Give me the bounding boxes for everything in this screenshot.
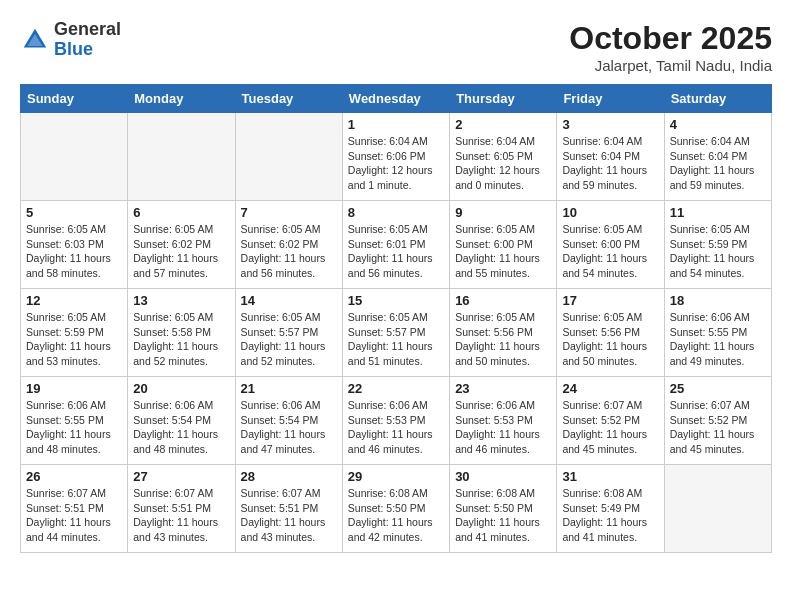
calendar-cell: 2Sunrise: 6:04 AM Sunset: 6:05 PM Daylig…	[450, 113, 557, 201]
day-number: 10	[562, 205, 658, 220]
day-info: Sunrise: 6:05 AM Sunset: 6:02 PM Dayligh…	[241, 222, 337, 281]
calendar-cell: 30Sunrise: 6:08 AM Sunset: 5:50 PM Dayli…	[450, 465, 557, 553]
page-header: General Blue October 2025 Jalarpet, Tami…	[20, 20, 772, 74]
calendar-cell: 9Sunrise: 6:05 AM Sunset: 6:00 PM Daylig…	[450, 201, 557, 289]
day-number: 31	[562, 469, 658, 484]
day-info: Sunrise: 6:07 AM Sunset: 5:51 PM Dayligh…	[133, 486, 229, 545]
day-number: 7	[241, 205, 337, 220]
logo: General Blue	[20, 20, 121, 60]
calendar-cell: 31Sunrise: 6:08 AM Sunset: 5:49 PM Dayli…	[557, 465, 664, 553]
logo-blue-text: Blue	[54, 40, 121, 60]
calendar-cell: 25Sunrise: 6:07 AM Sunset: 5:52 PM Dayli…	[664, 377, 771, 465]
calendar-cell: 29Sunrise: 6:08 AM Sunset: 5:50 PM Dayli…	[342, 465, 449, 553]
day-number: 3	[562, 117, 658, 132]
logo-icon	[20, 25, 50, 55]
day-number: 27	[133, 469, 229, 484]
day-info: Sunrise: 6:07 AM Sunset: 5:52 PM Dayligh…	[670, 398, 766, 457]
day-number: 29	[348, 469, 444, 484]
day-number: 14	[241, 293, 337, 308]
week-row-4: 19Sunrise: 6:06 AM Sunset: 5:55 PM Dayli…	[21, 377, 772, 465]
day-number: 5	[26, 205, 122, 220]
day-number: 17	[562, 293, 658, 308]
day-info: Sunrise: 6:04 AM Sunset: 6:04 PM Dayligh…	[670, 134, 766, 193]
calendar-cell: 4Sunrise: 6:04 AM Sunset: 6:04 PM Daylig…	[664, 113, 771, 201]
calendar-cell: 27Sunrise: 6:07 AM Sunset: 5:51 PM Dayli…	[128, 465, 235, 553]
day-number: 12	[26, 293, 122, 308]
day-info: Sunrise: 6:08 AM Sunset: 5:50 PM Dayligh…	[348, 486, 444, 545]
day-info: Sunrise: 6:04 AM Sunset: 6:06 PM Dayligh…	[348, 134, 444, 193]
calendar-cell: 11Sunrise: 6:05 AM Sunset: 5:59 PM Dayli…	[664, 201, 771, 289]
day-number: 20	[133, 381, 229, 396]
calendar-cell: 7Sunrise: 6:05 AM Sunset: 6:02 PM Daylig…	[235, 201, 342, 289]
day-info: Sunrise: 6:06 AM Sunset: 5:54 PM Dayligh…	[133, 398, 229, 457]
day-number: 16	[455, 293, 551, 308]
day-number: 24	[562, 381, 658, 396]
day-info: Sunrise: 6:04 AM Sunset: 6:04 PM Dayligh…	[562, 134, 658, 193]
day-number: 4	[670, 117, 766, 132]
calendar-cell	[21, 113, 128, 201]
week-row-5: 26Sunrise: 6:07 AM Sunset: 5:51 PM Dayli…	[21, 465, 772, 553]
calendar-cell: 8Sunrise: 6:05 AM Sunset: 6:01 PM Daylig…	[342, 201, 449, 289]
day-info: Sunrise: 6:05 AM Sunset: 5:57 PM Dayligh…	[241, 310, 337, 369]
day-info: Sunrise: 6:07 AM Sunset: 5:52 PM Dayligh…	[562, 398, 658, 457]
day-info: Sunrise: 6:07 AM Sunset: 5:51 PM Dayligh…	[26, 486, 122, 545]
day-info: Sunrise: 6:06 AM Sunset: 5:54 PM Dayligh…	[241, 398, 337, 457]
day-number: 30	[455, 469, 551, 484]
day-number: 28	[241, 469, 337, 484]
day-number: 8	[348, 205, 444, 220]
calendar-cell	[235, 113, 342, 201]
calendar-cell: 17Sunrise: 6:05 AM Sunset: 5:56 PM Dayli…	[557, 289, 664, 377]
day-info: Sunrise: 6:05 AM Sunset: 5:56 PM Dayligh…	[455, 310, 551, 369]
calendar-header-row: SundayMondayTuesdayWednesdayThursdayFrid…	[21, 85, 772, 113]
calendar-cell: 5Sunrise: 6:05 AM Sunset: 6:03 PM Daylig…	[21, 201, 128, 289]
day-number: 2	[455, 117, 551, 132]
day-header-sunday: Sunday	[21, 85, 128, 113]
day-header-tuesday: Tuesday	[235, 85, 342, 113]
calendar-cell: 28Sunrise: 6:07 AM Sunset: 5:51 PM Dayli…	[235, 465, 342, 553]
day-header-friday: Friday	[557, 85, 664, 113]
calendar-cell	[664, 465, 771, 553]
month-title: October 2025	[569, 20, 772, 57]
calendar-cell: 26Sunrise: 6:07 AM Sunset: 5:51 PM Dayli…	[21, 465, 128, 553]
calendar-cell: 10Sunrise: 6:05 AM Sunset: 6:00 PM Dayli…	[557, 201, 664, 289]
day-info: Sunrise: 6:05 AM Sunset: 6:00 PM Dayligh…	[562, 222, 658, 281]
day-info: Sunrise: 6:06 AM Sunset: 5:53 PM Dayligh…	[455, 398, 551, 457]
logo-general-text: General	[54, 20, 121, 40]
day-number: 26	[26, 469, 122, 484]
week-row-1: 1Sunrise: 6:04 AM Sunset: 6:06 PM Daylig…	[21, 113, 772, 201]
calendar-table: SundayMondayTuesdayWednesdayThursdayFrid…	[20, 84, 772, 553]
calendar-cell: 3Sunrise: 6:04 AM Sunset: 6:04 PM Daylig…	[557, 113, 664, 201]
day-info: Sunrise: 6:05 AM Sunset: 6:03 PM Dayligh…	[26, 222, 122, 281]
calendar-cell: 1Sunrise: 6:04 AM Sunset: 6:06 PM Daylig…	[342, 113, 449, 201]
day-info: Sunrise: 6:05 AM Sunset: 6:00 PM Dayligh…	[455, 222, 551, 281]
day-info: Sunrise: 6:05 AM Sunset: 5:57 PM Dayligh…	[348, 310, 444, 369]
day-info: Sunrise: 6:08 AM Sunset: 5:50 PM Dayligh…	[455, 486, 551, 545]
day-info: Sunrise: 6:05 AM Sunset: 5:58 PM Dayligh…	[133, 310, 229, 369]
day-number: 18	[670, 293, 766, 308]
day-info: Sunrise: 6:06 AM Sunset: 5:53 PM Dayligh…	[348, 398, 444, 457]
day-info: Sunrise: 6:05 AM Sunset: 6:02 PM Dayligh…	[133, 222, 229, 281]
calendar-cell: 13Sunrise: 6:05 AM Sunset: 5:58 PM Dayli…	[128, 289, 235, 377]
day-info: Sunrise: 6:05 AM Sunset: 5:59 PM Dayligh…	[26, 310, 122, 369]
day-info: Sunrise: 6:05 AM Sunset: 6:01 PM Dayligh…	[348, 222, 444, 281]
calendar-cell: 16Sunrise: 6:05 AM Sunset: 5:56 PM Dayli…	[450, 289, 557, 377]
day-number: 11	[670, 205, 766, 220]
day-number: 25	[670, 381, 766, 396]
day-number: 1	[348, 117, 444, 132]
calendar-cell: 19Sunrise: 6:06 AM Sunset: 5:55 PM Dayli…	[21, 377, 128, 465]
calendar-cell: 18Sunrise: 6:06 AM Sunset: 5:55 PM Dayli…	[664, 289, 771, 377]
calendar-cell: 21Sunrise: 6:06 AM Sunset: 5:54 PM Dayli…	[235, 377, 342, 465]
calendar-cell: 14Sunrise: 6:05 AM Sunset: 5:57 PM Dayli…	[235, 289, 342, 377]
calendar-cell: 20Sunrise: 6:06 AM Sunset: 5:54 PM Dayli…	[128, 377, 235, 465]
day-info: Sunrise: 6:05 AM Sunset: 5:59 PM Dayligh…	[670, 222, 766, 281]
week-row-2: 5Sunrise: 6:05 AM Sunset: 6:03 PM Daylig…	[21, 201, 772, 289]
location-subtitle: Jalarpet, Tamil Nadu, India	[569, 57, 772, 74]
day-info: Sunrise: 6:06 AM Sunset: 5:55 PM Dayligh…	[670, 310, 766, 369]
title-block: October 2025 Jalarpet, Tamil Nadu, India	[569, 20, 772, 74]
day-number: 13	[133, 293, 229, 308]
calendar-cell: 12Sunrise: 6:05 AM Sunset: 5:59 PM Dayli…	[21, 289, 128, 377]
day-header-wednesday: Wednesday	[342, 85, 449, 113]
day-header-thursday: Thursday	[450, 85, 557, 113]
day-info: Sunrise: 6:06 AM Sunset: 5:55 PM Dayligh…	[26, 398, 122, 457]
day-number: 15	[348, 293, 444, 308]
